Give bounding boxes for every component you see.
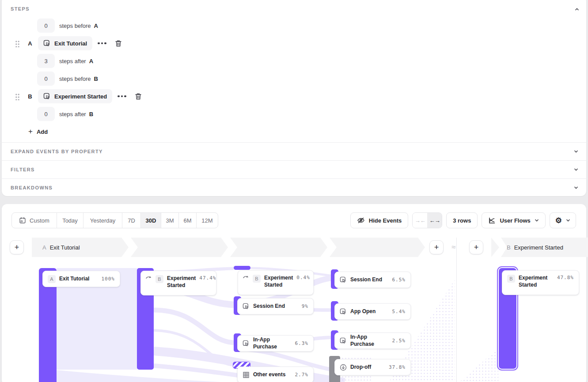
flow-node-app-open[interactable]: App Open 5.4%	[334, 303, 411, 320]
steps-after-a-input[interactable]: 3	[37, 54, 55, 68]
add-step-label: Add	[37, 129, 48, 135]
collapse-expand-control: →← ←→	[412, 212, 442, 228]
step-b-more-options-icon[interactable]	[118, 95, 126, 98]
steps-before-label: steps before	[59, 23, 91, 29]
steps-after-label: steps after	[59, 111, 86, 117]
gear-icon: ⚙	[555, 217, 562, 224]
flow-node-experiment-started-478[interactable]: B Experiment Started 47.8%	[502, 270, 579, 295]
flow-node-experiment-started-474[interactable]: B Experiment Started 47.4%	[140, 271, 216, 295]
section-breakdowns[interactable]: BREAKDOWNS	[2, 178, 586, 197]
settings-dropdown[interactable]: ⚙	[550, 212, 576, 228]
flow-column-header-2[interactable]	[131, 238, 228, 257]
step-b-delete-trash-icon[interactable]	[135, 93, 142, 100]
step-a-delete-trash-icon[interactable]	[115, 40, 122, 47]
add-column-before-b-button[interactable]: +	[469, 240, 483, 254]
steps-before-b-row: 0 steps before B	[37, 72, 98, 86]
event-click-icon	[243, 303, 250, 310]
calendar-icon	[19, 217, 26, 224]
column-divider-line	[456, 238, 457, 382]
step-b-letter: B	[27, 93, 33, 100]
flow-node-experiment-started-04[interactable]: B Experiment Started 0.4%	[238, 270, 314, 295]
step-a-more-options-icon[interactable]	[98, 42, 106, 45]
steps-before-b-input[interactable]: 0	[37, 72, 55, 86]
chevron-down-icon	[535, 218, 539, 223]
section-label: BREAKDOWNS	[11, 185, 53, 190]
event-click-icon	[43, 93, 51, 100]
eye-off-icon	[357, 216, 365, 224]
rows-count-label: 3 rows	[453, 217, 471, 224]
date-range-control: Custom Today Yesterday 7D 30D 3M 6M 12M	[11, 212, 218, 228]
event-click-icon	[243, 340, 250, 347]
chevron-down-icon	[566, 218, 570, 223]
chevron-down-icon	[574, 149, 578, 154]
step-b-event-button[interactable]: Experiment Started	[38, 89, 112, 103]
step-ref-letter: A	[89, 58, 93, 64]
step-ref-letter: A	[94, 23, 98, 29]
dropoff-icon	[340, 364, 347, 371]
report-toolbar-right: Hide Events →← ←→ 3 rows User Flows ⚙	[350, 212, 576, 228]
flow-node-in-app-purchase-25[interactable]: In-App Purchase 2.5%	[334, 333, 411, 349]
step-ref-letter: B	[89, 111, 93, 117]
date-range-30d[interactable]: 30D	[141, 213, 161, 228]
event-click-icon	[340, 308, 347, 315]
step-b-badge: B	[507, 275, 515, 283]
user-flows-icon	[488, 217, 496, 224]
collapse-steps-chevron-up-icon[interactable]	[575, 7, 579, 11]
section-filters[interactable]: FILTERS	[2, 160, 586, 178]
drag-handle-icon[interactable]	[15, 40, 19, 47]
step-a-row: A Exit Tutorial	[15, 36, 122, 50]
rows-count-button[interactable]: 3 rows	[446, 212, 478, 228]
add-column-before-a-button[interactable]: +	[10, 240, 24, 254]
hide-events-label: Hide Events	[369, 217, 402, 224]
plus-icon: +	[28, 127, 33, 136]
add-column-after-a-button[interactable]: +	[429, 240, 444, 254]
plus-icon: +	[474, 243, 479, 252]
flow-column-b-title: BExperiment Started	[507, 238, 563, 257]
date-range-3m[interactable]: 3M	[161, 213, 179, 228]
step-b-badge: B	[253, 275, 261, 283]
step-b-event-label: Experiment Started	[54, 93, 107, 100]
step-a-badge: A	[48, 275, 56, 283]
flow-bar-experiment-started-small[interactable]	[234, 266, 250, 270]
flow-node-dropoff[interactable]: Drop-off 37.8%	[334, 359, 411, 375]
steps-after-label: steps after	[59, 58, 86, 64]
chevron-down-icon	[574, 167, 578, 172]
user-flows-report-page: STEPS 0 steps before A A Exit Tutorial 3…	[0, 0, 588, 382]
steps-before-a-row: 0 steps before A	[37, 19, 98, 33]
flow-node-in-app-purchase-63[interactable]: In-App Purchase 6.3%	[237, 335, 314, 352]
flow-column-header-3[interactable]	[230, 238, 327, 257]
approx-gap-icon: ≈	[451, 243, 455, 252]
date-range-12m[interactable]: 12M	[197, 213, 218, 228]
expand-columns-button[interactable]: ←→	[427, 213, 442, 228]
steps-after-b-row: 0 steps after B	[37, 107, 93, 121]
step-a-event-button[interactable]: Exit Tutorial	[38, 36, 92, 50]
step-ref-letter: B	[94, 76, 98, 82]
date-range-yesterday[interactable]: Yesterday	[83, 213, 122, 228]
wave-arrow-icon	[243, 275, 249, 279]
hide-events-button[interactable]: Hide Events	[350, 212, 408, 228]
collapse-columns-button[interactable]: →←	[413, 213, 427, 228]
flow-column-a-title: AExit Tutorial	[42, 238, 80, 257]
step-b-badge: B	[156, 275, 163, 283]
flow-node-exit-tutorial[interactable]: A Exit Tutorial 100%	[42, 271, 120, 287]
steps-before-a-input[interactable]: 0	[37, 19, 55, 33]
drag-handle-icon[interactable]	[15, 93, 19, 100]
date-range-custom[interactable]: Custom	[12, 213, 57, 228]
flow-node-session-end-9[interactable]: Session End 9%	[237, 298, 314, 314]
flow-node-session-end-65[interactable]: Session End 6.5%	[334, 272, 411, 288]
view-type-dropdown[interactable]: User Flows	[482, 212, 545, 228]
chevron-down-icon	[574, 185, 578, 190]
flow-column-header-4[interactable]	[330, 238, 425, 257]
flow-node-other-events[interactable]: Other events 2.7%	[237, 367, 314, 382]
date-range-6m[interactable]: 6M	[179, 213, 197, 228]
wave-arrow-icon	[146, 275, 152, 280]
steps-after-b-input[interactable]: 0	[37, 107, 55, 121]
event-click-icon	[340, 276, 347, 284]
date-range-today[interactable]: Today	[57, 213, 83, 228]
section-expand-events-by-property[interactable]: EXPAND EVENTS BY PROPERTY	[2, 142, 586, 160]
plus-icon: +	[15, 243, 19, 252]
step-a-event-label: Exit Tutorial	[54, 40, 87, 47]
date-range-7d[interactable]: 7D	[122, 213, 141, 228]
add-step-button[interactable]: + Add	[28, 127, 48, 136]
steps-section-title: STEPS	[11, 6, 30, 11]
